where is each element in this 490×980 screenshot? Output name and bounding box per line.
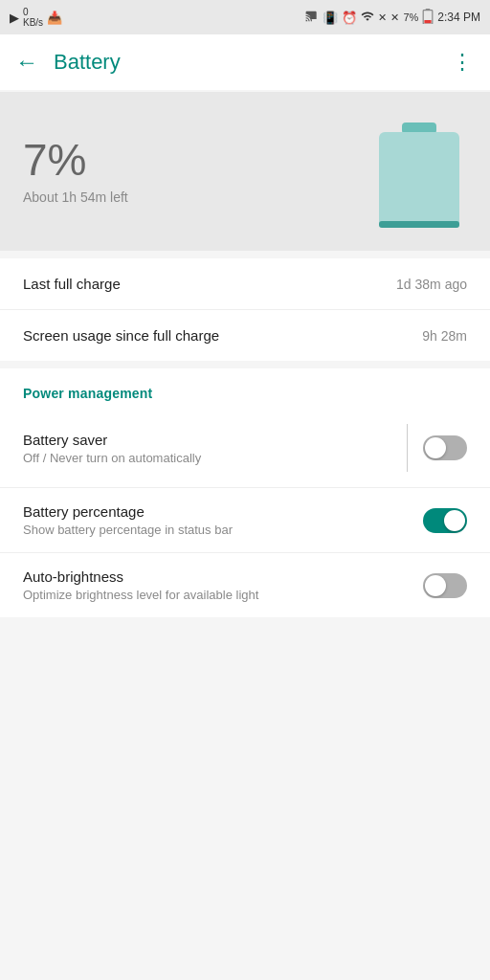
auto-brightness-subtitle: Optimize brightness level for available … (23, 588, 258, 602)
battery-percentage-row: Battery percentage Show battery percenta… (0, 488, 490, 553)
signal-icon: ✕ (378, 11, 387, 24)
top-bar: ← Battery ⋮ (0, 34, 490, 90)
battery-saver-row: Battery saver Off / Never turn on automa… (0, 409, 490, 488)
battery-time-left: About 1h 54m left (23, 189, 128, 205)
svg-rect-4 (379, 132, 459, 228)
svg-rect-2 (425, 20, 432, 23)
toggle-thumb-3 (425, 575, 446, 596)
battery-percent-status: 7% (403, 11, 418, 23)
status-right: 📳 ⏰ ✕ ✕ 7% 2:34 PM (305, 9, 480, 26)
svg-rect-5 (379, 221, 459, 228)
status-left: ▶ 0KB/s 📥 (10, 7, 62, 28)
screen-usage-value: 9h 28m (422, 328, 467, 344)
battery-summary: 7% About 1h 54m left (0, 92, 490, 251)
battery-percentage-toggle[interactable] (423, 508, 467, 533)
screen-usage-label: Screen usage since full charge (23, 327, 219, 344)
power-management-section: Power management Battery saver Off / Nev… (0, 368, 490, 617)
power-management-header: Power management (0, 368, 490, 409)
battery-saver-subtitle: Off / Never turn on automatically (23, 451, 201, 465)
signal2-icon: ✕ (390, 11, 399, 24)
battery-percent-display: 7% (23, 138, 128, 182)
auto-brightness-title: Auto-brightness (23, 568, 258, 585)
last-full-charge-label: Last full charge (23, 276, 121, 292)
battery-saver-title: Battery saver (23, 432, 201, 448)
settings-rows: Last full charge 1d 38m ago Screen usage… (0, 258, 490, 361)
battery-percentage-toggle-container (423, 508, 467, 533)
toggle-divider (407, 424, 408, 472)
battery-percentage-title: Battery percentage (23, 503, 233, 520)
time-display: 2:34 PM (437, 11, 480, 24)
wifi-icon (361, 10, 374, 25)
battery-saver-text: Battery saver Off / Never turn on automa… (23, 432, 201, 465)
top-bar-left: ← Battery (15, 49, 121, 76)
auto-brightness-text: Auto-brightness Optimize brightness leve… (23, 568, 258, 602)
battery-percentage-subtitle: Show battery percentage in status bar (23, 523, 233, 537)
battery-saver-toggle[interactable] (423, 435, 467, 460)
battery-icon (371, 119, 467, 224)
vibrate-icon: 📳 (323, 11, 338, 25)
cast-icon (305, 10, 319, 25)
auto-brightness-toggle[interactable] (423, 573, 467, 598)
toggle-thumb (425, 437, 446, 458)
back-button[interactable]: ← (15, 49, 38, 76)
screen-usage-row: Screen usage since full charge 9h 28m (0, 310, 490, 361)
download-icon: 📥 (47, 11, 62, 25)
page-title: Battery (54, 50, 121, 75)
last-full-charge-value: 1d 38m ago (396, 277, 467, 292)
last-full-charge-row: Last full charge 1d 38m ago (0, 258, 490, 310)
battery-text: 7% About 1h 54m left (23, 138, 128, 205)
overflow-menu-button[interactable]: ⋮ (452, 50, 475, 75)
toggle-thumb-2 (444, 510, 465, 531)
battery-saver-toggle-container (407, 424, 467, 472)
auto-brightness-row: Auto-brightness Optimize brightness leve… (0, 553, 490, 617)
status-bar: ▶ 0KB/s 📥 📳 ⏰ ✕ ✕ 7% 2:34 PM (0, 0, 490, 34)
auto-brightness-toggle-container (423, 573, 467, 598)
alarm-icon: ⏰ (342, 11, 357, 25)
battery-status-icon (422, 9, 434, 26)
youtube-icon: ▶ (10, 11, 19, 25)
data-speed: 0KB/s (23, 7, 43, 28)
battery-percentage-text: Battery percentage Show battery percenta… (23, 503, 233, 537)
